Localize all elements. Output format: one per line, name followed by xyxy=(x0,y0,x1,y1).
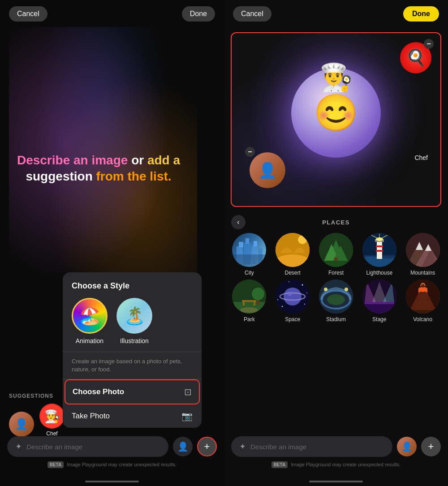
sparkle-icon-left: ✦ xyxy=(15,442,22,452)
svg-point-51 xyxy=(288,292,292,296)
animation-icon: 🏖️ xyxy=(79,306,100,326)
beta-badge-left: BETA xyxy=(47,461,64,468)
svg-rect-35 xyxy=(242,300,256,302)
illustration-circle: 🏝️ xyxy=(116,298,152,334)
svg-rect-37 xyxy=(254,302,255,305)
chef-face-icon: 😊 xyxy=(314,92,358,134)
places-title: PLACES xyxy=(250,219,422,226)
svg-point-40 xyxy=(240,307,258,313)
place-volcano[interactable]: Volcano xyxy=(403,280,443,323)
stadium-svg xyxy=(319,280,353,314)
svg-rect-3 xyxy=(246,238,249,244)
beta-badge-right: BETA xyxy=(271,461,288,468)
suggestion-chef[interactable]: 👨‍🍳 Chef xyxy=(39,404,65,437)
svg-point-47 xyxy=(282,306,283,307)
style-hint: Create an image based on a photo of pets… xyxy=(72,352,193,379)
place-lighthouse[interactable]: Lighthouse xyxy=(359,233,399,276)
svg-point-10 xyxy=(298,235,307,244)
style-option-animation[interactable]: 🏖️ Animation xyxy=(72,298,108,344)
right-cancel-button[interactable]: Cancel xyxy=(233,6,271,22)
left-input-row: ✦ Describe an image 👤 + xyxy=(7,436,217,457)
popup-title: Choose a Style xyxy=(72,281,193,291)
chef-label: Chef xyxy=(414,154,428,161)
lighthouse-circle xyxy=(362,233,396,267)
places-grid: City Desert xyxy=(224,233,448,323)
sparkle-icon-right: ✦ xyxy=(239,442,246,452)
svg-rect-62 xyxy=(406,310,440,314)
place-desert[interactable]: Desert xyxy=(273,233,313,276)
suggestion-person[interactable]: 👤 xyxy=(9,412,34,437)
photo-gallery-icon: ⊡ xyxy=(184,387,192,397)
right-done-button[interactable]: Done xyxy=(403,6,439,22)
right-home-indicator xyxy=(309,481,363,482)
illustration-label: Illustration xyxy=(120,337,149,344)
animation-label: Animation xyxy=(76,337,103,344)
svg-rect-20 xyxy=(376,250,383,252)
place-space[interactable]: Space xyxy=(273,280,313,323)
style-popup: Choose a Style 🏖️ Animation 🏝️ Illustrat… xyxy=(63,272,202,428)
space-circle xyxy=(276,280,310,314)
left-bottom-bar: ✦ Describe an image 👤 + BETA Image Playg… xyxy=(0,436,224,468)
park-circle xyxy=(232,280,266,314)
svg-point-46 xyxy=(277,299,278,300)
svg-point-54 xyxy=(327,294,345,305)
place-stage[interactable]: Stage xyxy=(359,280,399,323)
style-option-illustration[interactable]: 🏝️ Illustration xyxy=(116,298,152,344)
right-plus-button[interactable]: + xyxy=(421,437,441,456)
desert-svg xyxy=(276,233,310,267)
choose-photo-label: Choose Photo xyxy=(73,387,124,396)
chef-hat-icon: 👨‍🍳 xyxy=(319,61,353,93)
take-photo-label: Take Photo xyxy=(72,412,110,421)
svg-point-39 xyxy=(252,288,264,300)
svg-rect-1 xyxy=(239,242,243,247)
animation-circle: 🏖️ xyxy=(72,298,108,334)
city-svg xyxy=(232,233,266,267)
place-city[interactable]: City xyxy=(229,233,269,276)
svg-point-43 xyxy=(289,281,289,282)
space-name: Space xyxy=(285,316,300,323)
person-icon: 👤 xyxy=(177,441,189,452)
place-stadium[interactable]: Stadium xyxy=(316,280,356,323)
left-panel: Cancel Done Describe an image or add a s… xyxy=(0,0,224,486)
park-name: Park xyxy=(244,316,255,323)
take-photo-row[interactable]: Take Photo 📷 xyxy=(72,404,193,428)
desert-circle xyxy=(276,233,310,267)
volcano-name: Volcano xyxy=(413,316,432,323)
lighthouse-svg xyxy=(362,233,396,267)
style-options: 🏖️ Animation 🏝️ Illustration xyxy=(72,298,193,344)
svg-point-44 xyxy=(302,284,303,286)
park-svg xyxy=(232,280,266,314)
svg-rect-21 xyxy=(376,245,383,247)
left-home-indicator xyxy=(85,481,139,482)
chef-main-container: 😊 👨‍🍳 xyxy=(291,68,381,158)
city-name: City xyxy=(245,270,254,276)
left-done-button[interactable]: Done xyxy=(182,6,215,22)
city-circle xyxy=(232,233,266,267)
place-mountains[interactable]: Mountains xyxy=(403,233,443,276)
stage-name: Stage xyxy=(372,316,386,323)
left-describe-input[interactable]: ✦ Describe an image xyxy=(7,436,168,457)
place-forest[interactable]: Forest xyxy=(316,233,356,276)
plus-button[interactable]: + xyxy=(197,437,217,456)
person-minus-button[interactable]: − xyxy=(245,147,255,157)
right-image-area: 😊 👨‍🍳 − 🍳 Chef − 👤 xyxy=(231,32,441,207)
svg-point-45 xyxy=(306,292,307,293)
right-bottom-bar: ✦ Describe an image 👤 + BETA Image Playg… xyxy=(224,436,448,468)
places-back-button[interactable]: ‹ xyxy=(231,215,246,229)
place-park[interactable]: Park xyxy=(229,280,269,323)
hat-icon: 🍳 xyxy=(406,48,426,67)
chef-minus-button[interactable]: − xyxy=(424,39,434,49)
svg-point-49 xyxy=(284,288,302,305)
svg-rect-16 xyxy=(319,261,353,267)
chef-avatar: 👨‍🍳 xyxy=(39,404,65,429)
right-describe-input[interactable]: ✦ Describe an image xyxy=(231,436,392,457)
person-button[interactable]: 👤 xyxy=(173,437,193,456)
left-top-bar: Cancel Done xyxy=(0,0,224,28)
right-beta-text: BETA Image Playground may create unexpec… xyxy=(231,461,441,468)
choose-photo-row[interactable]: Choose Photo ⊡ xyxy=(65,379,200,404)
volcano-svg xyxy=(406,280,440,314)
right-avatar-button[interactable]: 👤 xyxy=(397,437,417,456)
left-cancel-button[interactable]: Cancel xyxy=(9,6,47,22)
svg-point-48 xyxy=(304,304,305,305)
svg-point-42 xyxy=(280,284,281,285)
